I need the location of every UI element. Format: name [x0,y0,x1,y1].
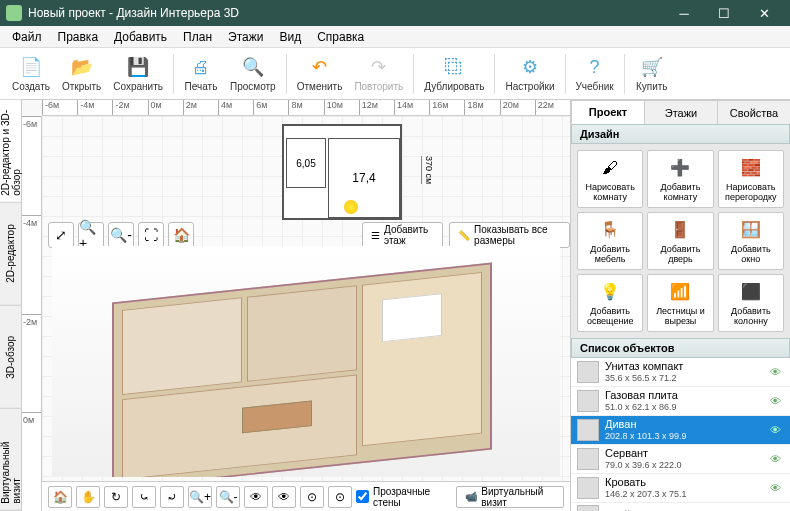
bottom-tool-0[interactable]: 🏠 [48,486,72,508]
object-item[interactable]: Газовая плита51.0 x 62.1 x 86.9👁 [571,387,790,416]
canvas-3d[interactable] [52,246,560,477]
camera-icon: 📹 [465,491,477,502]
show-dimensions-button[interactable]: 📏Показывать все размеры [449,222,570,248]
design-перегородку-button[interactable]: 🧱Нарисоватьперегородку [718,150,784,208]
bottom-tool-10[interactable]: ⊙ [328,486,352,508]
bottom-tool-6[interactable]: 🔍- [216,486,240,508]
design-дверь-button[interactable]: 🚪Добавитьдверь [647,212,713,270]
right-tab-проект[interactable]: Проект [571,100,645,124]
design-колонну-button[interactable]: ⬛Добавитьколонну [718,274,784,332]
tool2d-4[interactable]: 🏠 [168,222,194,248]
освещение-icon: 💡 [597,279,623,305]
печать-icon: 🖨 [189,55,213,79]
object-thumb-icon [577,505,599,511]
design-окно-button[interactable]: 🪟Добавитьокно [718,212,784,270]
toolbar-печать-button[interactable]: 🖨Печать [178,53,224,94]
tool2d-3[interactable]: ⛶ [138,222,164,248]
tool2d-2[interactable]: 🔍- [108,222,134,248]
menu-правка[interactable]: Правка [50,28,107,46]
layers-icon: ☰ [371,230,380,241]
app-icon [6,5,22,21]
floor-plan-2d[interactable]: 6,05 17,4 370 см [282,124,402,220]
bed-object[interactable] [382,293,442,342]
bottom-toolbar: 🏠✋↻⤿⤾🔍+🔍-👁👁⊙⊙ Прозрачные стены 📹Виртуаль… [42,481,570,511]
tool2d-0[interactable]: ⤢ [48,222,74,248]
visibility-icon[interactable]: 👁 [770,395,784,407]
side-tab-2[interactable]: 3D-обзор [0,306,21,409]
toolbar-сохранить-button[interactable]: 💾Сохранить [107,53,169,94]
room-label-b: 17,4 [328,138,400,218]
right-tab-свойства[interactable]: Свойства [717,100,790,124]
titlebar: Новый проект - Дизайн Интерьера 3D ─ ☐ ✕ [0,0,790,26]
menu-файл[interactable]: Файл [4,28,50,46]
visibility-icon[interactable]: 👁 [770,366,784,378]
canvas-2d[interactable]: 6,05 17,4 370 см ⤢🔍+🔍-⛶🏠 ☰Добавить этаж … [42,116,570,481]
мебель-icon: 🪑 [597,217,623,243]
object-item[interactable]: Двойное окно👁 [571,503,790,511]
design-освещение-button[interactable]: 💡Добавитьосвещение [577,274,643,332]
bottom-tool-9[interactable]: ⊙ [300,486,324,508]
menu-справка[interactable]: Справка [309,28,372,46]
учебник-icon: ? [583,55,607,79]
dimension-label: 370 см [421,156,434,184]
bottom-tool-1[interactable]: ✋ [76,486,100,508]
menu-план[interactable]: План [175,28,220,46]
side-tab-3[interactable]: Виртуальный визит [0,408,21,511]
visibility-icon[interactable]: 👁 [770,482,784,494]
visibility-icon[interactable]: 👁 [770,424,784,436]
object-thumb-icon [577,390,599,412]
bottom-tool-5[interactable]: 🔍+ [188,486,212,508]
toolbar-купить-button[interactable]: 🛒Купить [629,53,675,94]
add-floor-button[interactable]: ☰Добавить этаж [362,222,443,248]
object-item[interactable]: Унитаз компакт35.6 x 56.5 x 71.2👁 [571,358,790,387]
close-button[interactable]: ✕ [744,0,784,26]
bottom-tool-3[interactable]: ⤿ [132,486,156,508]
просмотр-icon: 🔍 [241,55,265,79]
сохранить-icon: 💾 [126,55,150,79]
toolbar-создать-button[interactable]: 📄Создать [6,53,56,94]
right-tab-этажи[interactable]: Этажи [644,100,718,124]
maximize-button[interactable]: ☐ [704,0,744,26]
bottom-tool-4[interactable]: ⤾ [160,486,184,508]
tool2d-1[interactable]: 🔍+ [78,222,104,248]
side-tab-1[interactable]: 2D-редактор [0,203,21,306]
toolbar-настройки-button[interactable]: ⚙Настройки [499,53,560,94]
toolbar-separator [624,54,625,94]
menubar: ФайлПравкаДобавитьПланЭтажиВидСправка [0,26,790,48]
main-toolbar: 📄Создать📂Открыть💾Сохранить🖨Печать🔍Просмо… [0,48,790,100]
objects-section-header: Список объектов [571,338,790,358]
menu-добавить[interactable]: Добавить [106,28,175,46]
object-item[interactable]: Кровать146.2 x 207.3 x 75.1👁 [571,474,790,503]
object-thumb-icon [577,361,599,383]
menu-вид[interactable]: Вид [271,28,309,46]
tools-2d: ⤢🔍+🔍-⛶🏠 [48,222,194,248]
toolbar-открыть-button[interactable]: 📂Открыть [56,53,107,94]
object-item[interactable]: Сервант79.0 x 39.6 x 222.0👁 [571,445,790,474]
virtual-visit-button[interactable]: 📹Виртуальный визит [456,486,564,508]
bottom-tool-8[interactable]: 👁 [272,486,296,508]
right-tabs: ПроектЭтажиСвойства [571,100,790,124]
повторить-icon: ↷ [367,55,391,79]
design-комнату-button[interactable]: 🖌Нарисоватькомнату [577,150,643,208]
toolbar-учебник-button[interactable]: ?Учебник [570,53,620,94]
transparent-walls-checkbox[interactable]: Прозрачные стены [356,486,444,508]
открыть-icon: 📂 [70,55,94,79]
minimize-button[interactable]: ─ [664,0,704,26]
camera-marker-icon[interactable] [344,200,358,214]
object-item[interactable]: Диван202.8 x 101.3 x 99.9👁 [571,416,790,445]
настройки-icon: ⚙ [518,55,542,79]
bottom-tool-7[interactable]: 👁 [244,486,268,508]
design-мебель-button[interactable]: 🪑Добавитьмебель [577,212,643,270]
колонну-icon: ⬛ [738,279,764,305]
menu-этажи[interactable]: Этажи [220,28,271,46]
комнату-icon: 🖌 [597,155,623,181]
отменить-icon: ↶ [308,55,332,79]
toolbar-дублировать-button[interactable]: ⿻Дублировать [418,53,490,94]
visibility-icon[interactable]: 👁 [770,453,784,465]
toolbar-просмотр-button[interactable]: 🔍Просмотр [224,53,282,94]
side-tab-0[interactable]: 2D-редактор и 3D-обзор [0,100,21,203]
toolbar-отменить-button[interactable]: ↶Отменить [291,53,349,94]
design-вырезы-button[interactable]: 📶Лестницы ивырезы [647,274,713,332]
design-комнату-button[interactable]: ➕Добавитькомнату [647,150,713,208]
bottom-tool-2[interactable]: ↻ [104,486,128,508]
